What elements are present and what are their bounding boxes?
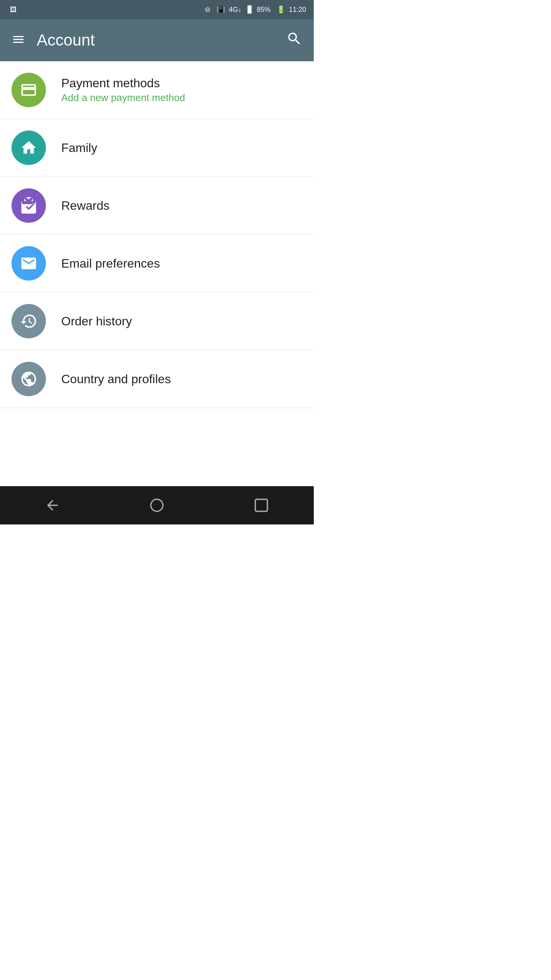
payment-subtitle: Add a new payment method: [61, 92, 185, 104]
minus-circle-icon: ⊖: [205, 5, 210, 14]
home-button[interactable]: [137, 493, 176, 517]
menu-item-rewards[interactable]: Rewards: [0, 177, 314, 235]
family-icon: [20, 139, 37, 157]
family-icon-circle: [11, 131, 46, 165]
history-icon-circle: [11, 304, 46, 338]
email-icon-circle: [11, 246, 46, 281]
family-content: Family: [61, 141, 97, 155]
rewards-icon-circle: [11, 188, 46, 223]
photo-icon: 🖼: [10, 6, 17, 14]
recents-icon: [253, 497, 269, 513]
back-button[interactable]: [33, 493, 72, 517]
email-content: Email preferences: [61, 256, 160, 271]
email-icon: [20, 255, 37, 272]
rewards-title: Rewards: [61, 199, 109, 213]
svg-rect-1: [256, 499, 268, 511]
recents-button[interactable]: [242, 493, 281, 517]
email-title: Email preferences: [61, 256, 160, 271]
time-display: 11:20: [289, 6, 306, 14]
payment-title: Payment methods: [61, 76, 185, 90]
menu-item-order-history[interactable]: Order history: [0, 292, 314, 350]
svg-point-0: [151, 499, 163, 511]
menu-list: Payment methods Add a new payment method…: [0, 61, 314, 486]
home-icon: [149, 497, 165, 513]
order-history-content: Order history: [61, 314, 132, 328]
back-icon: [44, 497, 60, 513]
network-label: 4G↓: [229, 6, 241, 14]
page-title: Account: [37, 31, 286, 49]
history-icon: [20, 312, 37, 330]
search-icon[interactable]: [286, 31, 302, 50]
rewards-content: Rewards: [61, 199, 109, 213]
menu-item-email-preferences[interactable]: Email preferences: [0, 235, 314, 292]
vibrate-icon: 📳: [217, 5, 225, 14]
bottom-nav: [0, 486, 314, 524]
payment-icon: [20, 81, 37, 99]
payment-content: Payment methods Add a new payment method: [61, 76, 185, 104]
menu-icon[interactable]: [11, 33, 25, 48]
menu-item-country-profiles[interactable]: Country and profiles: [0, 350, 314, 408]
family-title: Family: [61, 141, 97, 155]
menu-item-family[interactable]: Family: [0, 119, 314, 177]
signal-icon: ▊: [248, 5, 253, 14]
globe-icon-circle: [11, 362, 46, 396]
payment-icon-circle: [11, 73, 46, 107]
status-bar-left: 🖼: [8, 6, 199, 14]
app-bar: Account: [0, 19, 314, 61]
battery-icon: 🔋: [277, 5, 285, 14]
menu-item-payment-methods[interactable]: Payment methods Add a new payment method: [0, 61, 314, 119]
country-profiles-content: Country and profiles: [61, 372, 171, 386]
country-profiles-title: Country and profiles: [61, 372, 171, 386]
status-bar: 🖼 ⊖ 📳 4G↓ ▊ 85% 🔋 11:20: [0, 0, 314, 19]
order-history-title: Order history: [61, 314, 132, 328]
battery-percent: 85%: [257, 6, 271, 14]
rewards-icon: [20, 197, 37, 214]
globe-icon: [20, 370, 37, 388]
